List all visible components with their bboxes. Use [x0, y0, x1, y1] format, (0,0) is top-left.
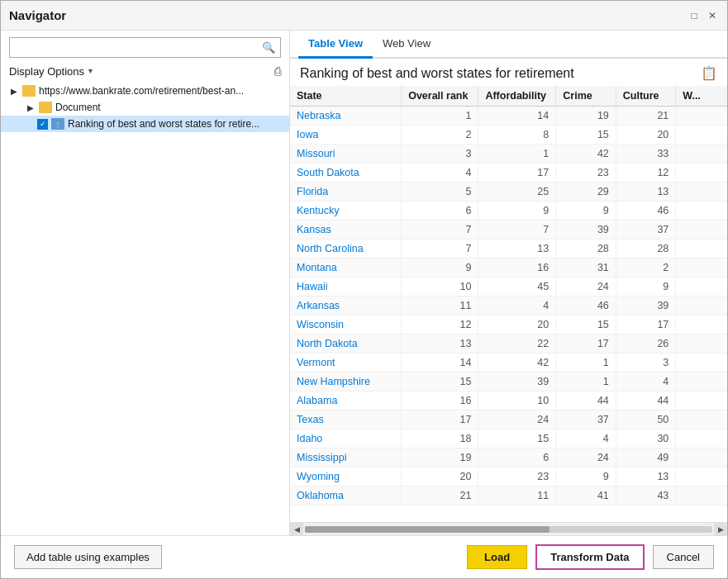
- cell-w: [676, 221, 727, 240]
- cell-state[interactable]: Wyoming: [290, 467, 402, 486]
- horizontal-scrollbar[interactable]: ◀ ▶: [290, 522, 727, 535]
- search-input[interactable]: [10, 38, 257, 57]
- table-row: New Hampshire153914: [290, 373, 727, 392]
- cell-w: [676, 164, 727, 183]
- cell-state[interactable]: Iowa: [290, 126, 402, 145]
- cell-w: [676, 335, 727, 354]
- cell-afford: 1: [478, 145, 556, 164]
- cell-state[interactable]: New Hampshire: [290, 373, 402, 392]
- cell-state[interactable]: North Carolina: [290, 240, 402, 259]
- cell-culture: 17: [616, 316, 676, 335]
- col-header-w: W...: [676, 86, 727, 107]
- tree-checkbox-table[interactable]: ✓: [37, 119, 48, 130]
- cell-afford: 10: [478, 392, 556, 411]
- cell-afford: 6: [478, 448, 556, 467]
- cell-afford: 4: [478, 297, 556, 316]
- tabs-row: Table View Web View: [290, 31, 727, 59]
- cell-crime: 46: [556, 297, 616, 316]
- tree-item-url[interactable]: ▶ https://www.bankrate.com/retirement/be…: [1, 83, 289, 99]
- table-scroll[interactable]: State Overall rank Affordability Crime C…: [290, 86, 727, 522]
- footer-left: Add table using examples: [14, 545, 162, 569]
- table-row: Oklahoma21114143: [290, 486, 727, 505]
- transform-data-button[interactable]: Transform Data: [535, 544, 644, 570]
- footer: Add table using examples Load Transform …: [1, 535, 727, 578]
- add-table-button[interactable]: Add table using examples: [14, 545, 162, 569]
- cell-state[interactable]: Nebraska: [290, 107, 402, 126]
- cell-state[interactable]: North Dakota: [290, 335, 402, 354]
- cell-culture: 4: [616, 373, 676, 392]
- cell-crime: 24: [556, 448, 616, 467]
- tab-table-view[interactable]: Table View: [298, 31, 373, 59]
- tab-web-view[interactable]: Web View: [373, 31, 440, 59]
- cell-state[interactable]: Alabama: [290, 392, 402, 411]
- left-panel: 🔍 Display Options ▼ ⎙ ▶ https://www.bank…: [1, 31, 290, 535]
- cell-culture: 28: [616, 240, 676, 259]
- cell-afford: 42: [478, 354, 556, 373]
- cell-culture: 46: [616, 202, 676, 221]
- col-header-crime: Crime: [556, 86, 616, 107]
- search-button[interactable]: 🔍: [257, 38, 280, 57]
- cell-culture: 12: [616, 164, 676, 183]
- cell-state[interactable]: Texas: [290, 411, 402, 430]
- table-title: Ranking of best and worst states for ret…: [300, 66, 574, 81]
- cell-culture: 44: [616, 392, 676, 411]
- refresh-icon[interactable]: ⎙: [274, 64, 281, 78]
- export-icon[interactable]: 📋: [701, 65, 717, 81]
- cell-state[interactable]: Mississippi: [290, 448, 402, 467]
- cell-afford: 22: [478, 335, 556, 354]
- table-row: South Dakota4172312: [290, 164, 727, 183]
- cell-afford: 11: [478, 486, 556, 505]
- cancel-button[interactable]: Cancel: [653, 545, 714, 569]
- cell-afford: 24: [478, 411, 556, 430]
- table-row: Alabama16104444: [290, 392, 727, 411]
- content-header: Ranking of best and worst states for ret…: [290, 59, 727, 86]
- cell-state[interactable]: Hawaii: [290, 278, 402, 297]
- table-row: Hawaii1045249: [290, 278, 727, 297]
- dialog-body: 🔍 Display Options ▼ ⎙ ▶ https://www.bank…: [1, 31, 727, 535]
- tree-url-label: https://www.bankrate.com/retirement/best…: [39, 85, 244, 97]
- cell-state[interactable]: Wisconsin: [290, 316, 402, 335]
- right-panel: Table View Web View Ranking of best and …: [290, 31, 727, 535]
- cell-culture: 26: [616, 335, 676, 354]
- table-row: Idaho1815430: [290, 430, 727, 448]
- navigator-dialog: Navigator □ ✕ 🔍 Display Options ▼ ⎙: [0, 0, 728, 579]
- cell-state[interactable]: Kentucky: [290, 202, 402, 221]
- cell-crime: 31: [556, 259, 616, 278]
- cell-state[interactable]: Vermont: [290, 354, 402, 373]
- cell-state[interactable]: Missouri: [290, 145, 402, 164]
- cell-state[interactable]: Kansas: [290, 221, 402, 240]
- scroll-right-button[interactable]: ▶: [714, 523, 727, 536]
- cell-afford: 15: [478, 430, 556, 448]
- cell-w: [676, 467, 727, 486]
- cell-state[interactable]: South Dakota: [290, 164, 402, 183]
- cell-crime: 1: [556, 354, 616, 373]
- cell-rank: 7: [402, 221, 478, 240]
- tree-item-table[interactable]: ✓ ⋮ Ranking of best and worst states for…: [1, 116, 289, 132]
- cell-state[interactable]: Idaho: [290, 430, 402, 448]
- table-wrapper: State Overall rank Affordability Crime C…: [290, 86, 727, 535]
- cell-culture: 13: [616, 183, 676, 202]
- cell-w: [676, 202, 727, 221]
- title-bar: Navigator □ ✕: [1, 1, 727, 31]
- cell-state[interactable]: Arkansas: [290, 297, 402, 316]
- table-icon: ⋮: [51, 118, 64, 130]
- cell-rank: 7: [402, 240, 478, 259]
- cell-state[interactable]: Florida: [290, 183, 402, 202]
- cell-w: [676, 297, 727, 316]
- display-options-button[interactable]: Display Options ▼: [9, 65, 94, 78]
- cell-crime: 9: [556, 202, 616, 221]
- display-options-row: Display Options ▼ ⎙: [1, 63, 289, 83]
- cell-state[interactable]: Oklahoma: [290, 486, 402, 505]
- scroll-left-button[interactable]: ◀: [290, 523, 303, 536]
- cell-afford: 25: [478, 183, 556, 202]
- tree-item-document[interactable]: ▶ Document: [1, 99, 289, 116]
- close-button[interactable]: ✕: [706, 9, 719, 22]
- caret-icon: ▼: [87, 67, 94, 75]
- cell-state[interactable]: Montana: [290, 259, 402, 278]
- cell-crime: 28: [556, 240, 616, 259]
- cell-afford: 45: [478, 278, 556, 297]
- cell-crime: 17: [556, 335, 616, 354]
- tree-arrow-doc: ▶: [26, 103, 36, 112]
- load-button[interactable]: Load: [467, 545, 527, 569]
- minimize-button[interactable]: □: [688, 9, 701, 22]
